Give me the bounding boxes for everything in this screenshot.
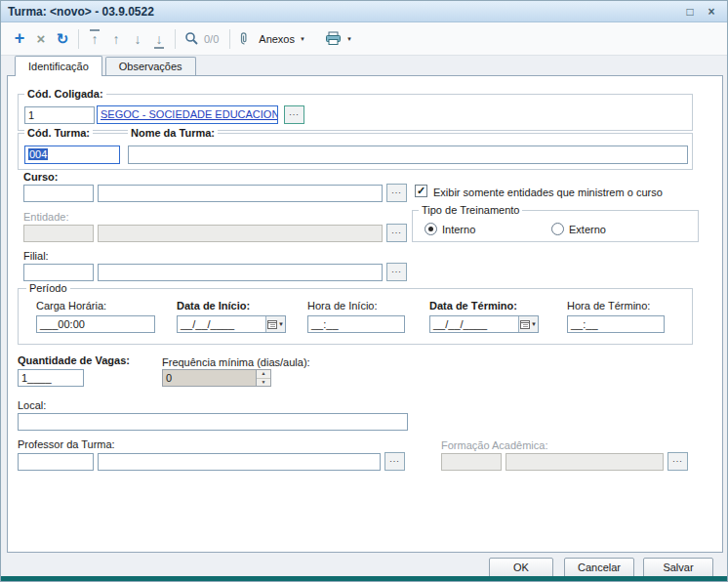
status-strip <box>1 576 727 582</box>
formacao-label: Formação Acadêmica: <box>441 439 547 452</box>
coligada-label: Cód. Coligada: <box>24 88 106 101</box>
cancelar-button[interactable]: Cancelar <box>564 558 634 578</box>
data-inicio-calendar-button[interactable]: ▼ <box>265 316 285 332</box>
hora-termino-label: Hora de Término: <box>567 300 650 312</box>
anexos-button[interactable]: Anexos ▼ <box>235 26 310 52</box>
entidade-name-field <box>98 225 383 242</box>
quantidade-vagas-label: Quantidade de Vagas: <box>18 354 130 367</box>
refresh-button[interactable]: ↻ <box>52 26 73 52</box>
spin-down-button[interactable]: ▼ <box>257 379 270 387</box>
local-field[interactable] <box>18 413 408 431</box>
frequencia-minima-field[interactable]: 0 ▲ ▼ <box>162 369 271 387</box>
data-inicio-field[interactable]: __/__/____ ▼ <box>177 315 286 333</box>
curso-lookup-button[interactable]: ... <box>386 184 407 202</box>
formacao-lookup-button[interactable]: ... <box>667 452 688 471</box>
radio-externo[interactable] <box>551 223 564 235</box>
calendar-icon <box>267 319 277 329</box>
quantidade-vagas-field[interactable]: 1____ <box>18 369 84 387</box>
check-icon: ✓ <box>417 185 425 196</box>
professor-label: Professor da Turma: <box>18 438 115 451</box>
hora-termino-field[interactable]: __:__ <box>567 315 665 333</box>
chevron-down-icon: ▼ <box>278 321 284 327</box>
exibir-somente-label: Exibir somente entidades que ministrem o… <box>433 187 663 199</box>
coligada-name-field[interactable]: SEGOC - SOCIEDADE EDUCACION <box>97 105 278 124</box>
toolbar-separator <box>229 29 230 49</box>
formacao-code-field <box>441 453 502 471</box>
entidade-lookup-button[interactable]: ... <box>386 224 407 242</box>
curso-name-field[interactable] <box>98 185 383 202</box>
close-icon: × <box>708 5 714 19</box>
down-arrow-icon: ↓ <box>135 31 142 47</box>
chevron-down-icon: ▼ <box>346 36 352 42</box>
periodo-label: Período <box>26 282 70 295</box>
local-label: Local: <box>18 399 46 412</box>
chevron-down-icon: ▼ <box>531 321 537 327</box>
caret-down-icon: ▼ <box>262 380 266 385</box>
window-title: Turma: <novo> - 03.9.0522 <box>8 5 154 19</box>
move-first-button[interactable]: ↑ <box>84 26 105 52</box>
salvar-button[interactable]: Salvar <box>643 558 713 578</box>
titlebar[interactable]: Turma: <novo> - 03.9.0522 □ × <box>1 1 727 22</box>
filial-lookup-button[interactable]: ... <box>386 263 407 281</box>
exibir-somente-checkbox[interactable]: ✓ <box>415 185 427 197</box>
ok-button[interactable]: OK <box>489 558 553 578</box>
professor-lookup-button[interactable]: ... <box>384 452 405 471</box>
refresh-icon: ↻ <box>57 30 69 48</box>
hora-inicio-field[interactable]: __:__ <box>307 315 405 333</box>
paperclip-icon <box>240 31 254 46</box>
coligada-lookup-button[interactable]: ... <box>284 105 304 124</box>
printer-icon <box>325 31 342 46</box>
move-last-button[interactable]: ↓ <box>148 26 170 52</box>
first-record-icon: ↑ <box>92 31 99 47</box>
close-button[interactable]: × <box>703 4 720 20</box>
curso-code-field[interactable] <box>23 185 94 202</box>
coligada-code-field[interactable]: 1 <box>24 106 95 124</box>
search-icon <box>184 31 199 46</box>
record-counter: 0/0 <box>204 33 219 45</box>
carga-horaria-field[interactable]: ___00:00 <box>36 315 155 333</box>
nome-turma-label: Nome da Turma: <box>128 127 218 140</box>
frequencia-minima-label: Frequência mínima (dias/aula): <box>162 356 310 369</box>
up-arrow-icon: ↑ <box>113 31 120 47</box>
calendar-icon <box>520 319 530 329</box>
delete-button[interactable]: × <box>30 26 52 52</box>
last-record-icon: ↓ <box>156 31 163 47</box>
move-down-button[interactable]: ↓ <box>127 26 148 52</box>
radio-externo-label: Externo <box>569 224 606 236</box>
radio-interno[interactable] <box>425 223 437 235</box>
professor-code-field[interactable] <box>18 453 94 471</box>
coligada-groupbox: Cód. Coligada: 1 SEGOC - SOCIEDADE EDUCA… <box>18 94 693 131</box>
periodo-groupbox: Período Carga Horária: ___00:00 Data de … <box>18 288 693 345</box>
curso-label: Curso: <box>23 171 58 184</box>
filial-name-field[interactable] <box>98 264 383 281</box>
filial-code-field[interactable] <box>23 264 94 281</box>
data-inicio-value: __/__/____ <box>181 318 234 330</box>
tab-identificacao[interactable]: Identificação <box>15 56 102 76</box>
search-button[interactable] <box>181 26 202 52</box>
tab-observacoes[interactable]: Observações <box>105 57 196 75</box>
nome-turma-field[interactable] <box>128 146 688 164</box>
chevron-down-icon: ▼ <box>300 36 305 42</box>
toolbar-separator <box>78 29 79 49</box>
caret-up-icon: ▲ <box>262 371 266 376</box>
tipo-treinamento-groupbox: Tipo de Treinamento Interno Externo <box>412 210 699 242</box>
print-button[interactable]: ▼ <box>320 26 357 52</box>
cod-turma-value: 004 <box>28 148 48 160</box>
data-inicio-label: Data de Início: <box>177 300 250 312</box>
formacao-name-field <box>506 453 664 471</box>
professor-name-field[interactable] <box>98 453 381 471</box>
move-up-button[interactable]: ↑ <box>105 26 127 52</box>
data-termino-calendar-button[interactable]: ▼ <box>518 316 538 332</box>
plus-icon: + <box>15 28 25 49</box>
x-icon: × <box>37 30 46 47</box>
add-button[interactable]: + <box>9 26 30 52</box>
entidade-code-field <box>23 225 94 242</box>
cod-turma-field[interactable]: 004 <box>24 146 120 164</box>
radio-interno-label: Interno <box>442 224 475 236</box>
data-termino-label: Data de Término: <box>429 300 517 312</box>
data-termino-field[interactable]: __/__/____ ▼ <box>429 315 539 333</box>
spin-up-button[interactable]: ▲ <box>257 370 270 379</box>
turma-window: Turma: <novo> - 03.9.0522 □ × + × ↻ ↑ ↑ … <box>0 0 728 582</box>
main-panel: Cód. Coligada: 1 SEGOC - SOCIEDADE EDUCA… <box>7 75 723 553</box>
maximize-button[interactable]: □ <box>681 4 699 20</box>
